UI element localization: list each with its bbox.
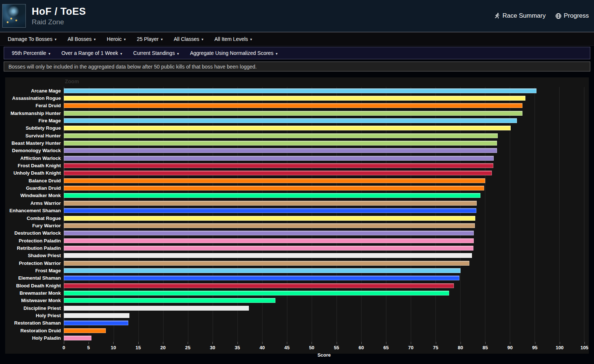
score-bar[interactable] (64, 178, 485, 183)
chart-row: Arms Warrior (5, 199, 589, 207)
spec-label: Enhancement Shaman (5, 208, 64, 213)
bar-track (64, 283, 584, 288)
bar-track (64, 231, 584, 235)
filter-size-dropdown[interactable]: 25 Player ▾ (131, 32, 168, 45)
score-bar[interactable] (64, 336, 91, 340)
race-summary-link[interactable]: Race Summary (494, 12, 546, 20)
score-bar[interactable] (64, 126, 511, 130)
score-bar[interactable] (64, 291, 449, 295)
filter-range-dropdown[interactable]: Over a Range of 1 Week ▾ (56, 47, 128, 59)
filter-aggregate-dropdown[interactable]: Aggregate Using Normalized Scores ▾ (184, 47, 283, 59)
filter-percentile-dropdown[interactable]: 95th Percentile ▾ (6, 47, 56, 59)
score-bar[interactable] (64, 103, 522, 108)
spec-label: Fire Mage (5, 118, 64, 123)
score-bar[interactable] (64, 186, 484, 190)
spec-label: Retribution Paladin (5, 245, 64, 251)
score-bar[interactable] (64, 238, 474, 243)
x-axis-tick-label: 50 (309, 345, 314, 350)
bar-track (64, 148, 584, 153)
score-bar[interactable] (64, 156, 494, 161)
bar-track (64, 276, 584, 280)
progress-link[interactable]: Progress (555, 12, 589, 20)
score-bar[interactable] (64, 328, 106, 333)
score-bar[interactable] (64, 141, 497, 146)
filter-bosses-dropdown[interactable]: All Bosses ▾ (62, 32, 101, 45)
caret-down-icon: ▾ (177, 52, 179, 56)
score-bar[interactable] (64, 111, 522, 116)
score-bar[interactable] (64, 148, 497, 153)
score-bar[interactable] (64, 298, 275, 303)
bar-track (64, 118, 584, 123)
score-bar[interactable] (64, 88, 536, 93)
score-bar[interactable] (64, 133, 498, 138)
score-bar[interactable] (64, 223, 475, 228)
x-axis-tick (560, 342, 560, 344)
page-subtitle: Raid Zone (32, 18, 86, 26)
score-bar[interactable] (64, 208, 476, 213)
score-bar[interactable] (64, 306, 249, 311)
x-axis-tick-label: 100 (556, 345, 564, 350)
chart-row: Windwalker Monk (5, 192, 589, 199)
zoom-hint-label: Zoom (65, 78, 79, 84)
filter-standings-dropdown[interactable]: Current Standings ▾ (128, 47, 184, 59)
bar-track (64, 246, 584, 251)
chart-row: Unholy Death Knight (5, 169, 589, 177)
chart-row: Shadow Priest (5, 252, 589, 259)
score-bar[interactable] (64, 193, 480, 198)
filter-difficulty-dropdown[interactable]: Heroic ▾ (101, 32, 132, 45)
bar-track (64, 261, 584, 266)
spec-label: Marksmanship Hunter (5, 111, 64, 116)
score-bar[interactable] (64, 313, 129, 318)
score-bar[interactable] (64, 171, 492, 175)
score-bar[interactable] (64, 276, 459, 280)
x-axis-tick-label: 65 (383, 345, 389, 350)
filter-metric-dropdown[interactable]: Damage To Bosses ▾ (2, 32, 62, 45)
raid-zone-logo[interactable] (2, 4, 26, 28)
bar-track (64, 268, 584, 273)
score-bar[interactable] (64, 321, 128, 325)
bar-track (64, 156, 584, 161)
x-axis-tick (312, 342, 312, 344)
chart-row: Feral Druid (5, 102, 589, 109)
score-bar[interactable] (64, 268, 461, 273)
x-axis-tick (262, 342, 263, 344)
bar-track (64, 163, 584, 168)
chart-row: Holy Paladin (5, 334, 589, 342)
score-bar[interactable] (64, 261, 469, 266)
spec-label: Combat Rogue (5, 216, 64, 221)
bar-track (64, 111, 584, 116)
score-bar[interactable] (64, 163, 493, 168)
filter-label: Aggregate Using Normalized Scores (190, 50, 273, 56)
bar-track (64, 253, 584, 258)
score-bar[interactable] (64, 246, 473, 251)
x-axis-tick-label: 75 (433, 345, 438, 350)
filter-classes-dropdown[interactable]: All Classes ▾ (168, 32, 209, 45)
chart-row: Restoration Druid (5, 327, 589, 334)
x-axis-tick (485, 342, 486, 344)
x-axis-tick-label: 70 (408, 345, 413, 350)
bar-track (64, 103, 584, 108)
x-axis-tick (411, 342, 411, 344)
bar-track (64, 216, 584, 221)
score-bar[interactable] (64, 253, 472, 258)
x-axis-tick (436, 342, 436, 344)
bar-track (64, 336, 584, 340)
score-bar[interactable] (64, 283, 454, 288)
caret-down-icon: ▾ (48, 52, 50, 56)
score-bar[interactable] (64, 231, 474, 235)
score-bar[interactable] (64, 96, 525, 101)
x-axis-tick (163, 342, 163, 344)
score-bar[interactable] (64, 216, 475, 221)
primary-filter-bar: Damage To Bosses ▾ All Bosses ▾ Heroic ▾… (0, 32, 594, 46)
caret-down-icon: ▾ (250, 37, 252, 41)
bar-track (64, 321, 584, 325)
spec-label: Elemental Shaman (5, 275, 64, 281)
x-axis-tick (510, 342, 510, 344)
x-axis-tick-label: 105 (580, 345, 588, 350)
chart-row: Protection Paladin (5, 237, 589, 244)
score-bar[interactable] (64, 118, 517, 123)
x-axis-tick-label: 10 (111, 345, 116, 350)
filter-item-levels-dropdown[interactable]: All Item Levels ▾ (209, 32, 258, 45)
score-bar[interactable] (64, 201, 477, 206)
bar-track (64, 201, 584, 206)
